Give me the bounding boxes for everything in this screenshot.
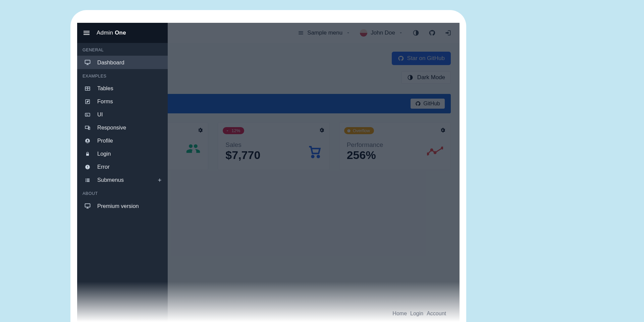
- svg-rect-24: [87, 180, 90, 180]
- svg-rect-19: [87, 166, 88, 167]
- svg-rect-17: [86, 153, 89, 156]
- svg-rect-3: [348, 130, 349, 131]
- svg-rect-4: [348, 131, 349, 131]
- gear-icon[interactable]: [319, 127, 325, 133]
- sidebar-item-label: Login: [97, 151, 162, 157]
- sidebar-item-login[interactable]: Login: [77, 147, 168, 160]
- edit-icon: [84, 99, 91, 105]
- sidebar-item-error[interactable]: Error: [77, 160, 168, 173]
- user-menu[interactable]: John Doe: [360, 29, 403, 37]
- lock-icon: [84, 151, 91, 157]
- sidebar-item-responsive[interactable]: Responsive: [77, 121, 168, 134]
- banner-github-button[interactable]: GitHub: [411, 99, 445, 109]
- sidebar-item-tables[interactable]: Tables: [77, 82, 168, 95]
- status-pill: Overflow: [344, 127, 374, 134]
- dark-mode-toggle[interactable]: Dark Mode: [401, 71, 451, 84]
- theme-icon[interactable]: [413, 30, 419, 36]
- github-icon: [398, 55, 404, 61]
- menu-icon: [298, 30, 304, 36]
- sidebar-item-label: Premium version: [97, 203, 162, 209]
- brand-second: One: [115, 30, 126, 36]
- trend-value: 12%: [231, 128, 240, 133]
- gear-icon[interactable]: [440, 127, 446, 133]
- stat-card-sales: 12% Sales $7,770: [218, 122, 329, 170]
- github-icon: [415, 101, 421, 106]
- cart-icon: [307, 144, 322, 159]
- user-name: John Doe: [371, 30, 395, 36]
- svg-point-16: [87, 140, 89, 141]
- sidebar-item-premium[interactable]: Premium version: [77, 199, 168, 213]
- sidebar-item-dashboard[interactable]: Dashboard: [77, 56, 168, 69]
- users-icon: [186, 141, 201, 156]
- svg-point-1: [317, 155, 319, 157]
- svg-rect-26: [87, 181, 90, 182]
- card-label: Performance: [347, 141, 383, 149]
- monitor-icon: [84, 203, 91, 209]
- sample-menu-dropdown[interactable]: Sample menu: [298, 30, 351, 36]
- sidebar: Admin One GENERAL Dashboard EXAMPLES Tab…: [77, 23, 168, 322]
- trend-pill: 12%: [223, 127, 244, 134]
- sample-menu-label: Sample menu: [307, 30, 342, 36]
- svg-point-0: [312, 155, 314, 157]
- sidebar-item-label: Forms: [97, 98, 162, 105]
- monitor-icon: [84, 59, 91, 66]
- sidebar-item-profile[interactable]: Profile: [77, 134, 168, 147]
- avatar: [360, 29, 367, 37]
- list-icon: [84, 177, 91, 183]
- svg-rect-22: [87, 178, 90, 179]
- banner-github-label: GitHub: [423, 101, 440, 107]
- section-general: GENERAL: [77, 43, 168, 56]
- trend-line-icon: [427, 147, 443, 157]
- status-label: Overflow: [353, 128, 370, 133]
- devices-icon: [84, 125, 91, 131]
- chevron-down-icon: [346, 31, 351, 35]
- svg-rect-27: [85, 204, 90, 207]
- user-circle-icon: [84, 138, 91, 144]
- svg-rect-9: [85, 60, 90, 63]
- sidebar-item-label: UI: [97, 111, 162, 118]
- footer-account[interactable]: Account: [427, 311, 446, 317]
- sidebar-item-label: Submenus: [97, 177, 151, 183]
- card-value: $7,770: [225, 149, 260, 162]
- svg-point-6: [431, 149, 433, 151]
- chevron-down-icon: [398, 31, 403, 35]
- stat-card-performance: Overflow Performance 256%: [339, 122, 451, 170]
- sidebar-item-label: Dashboard: [97, 59, 162, 66]
- card-value: 256%: [347, 149, 383, 162]
- star-on-github-button[interactable]: Star on GitHub: [392, 52, 451, 65]
- dark-mode-label: Dark Mode: [417, 74, 445, 81]
- sidebar-item-submenus[interactable]: Submenus: [77, 173, 168, 186]
- svg-point-8: [441, 147, 443, 149]
- svg-rect-20: [87, 168, 88, 168]
- plus-icon: [157, 177, 162, 183]
- alert-circle-icon: [84, 164, 91, 170]
- gear-icon[interactable]: [197, 127, 203, 133]
- sidebar-item-label: Tables: [97, 85, 162, 92]
- svg-rect-23: [86, 180, 86, 180]
- svg-point-5: [427, 153, 429, 155]
- star-on-github-label: Star on GitHub: [407, 55, 445, 62]
- card-icon: [84, 112, 91, 118]
- table-icon: [84, 86, 91, 92]
- footer-links: Home Login Account: [392, 311, 446, 317]
- sidebar-item-ui[interactable]: UI: [77, 108, 168, 121]
- footer-home[interactable]: Home: [392, 311, 407, 317]
- section-about: ABOUT: [77, 186, 168, 199]
- svg-point-7: [434, 152, 436, 154]
- logout-icon[interactable]: [445, 30, 451, 36]
- card-label: Sales: [225, 141, 260, 149]
- brand-first: Admin: [97, 30, 113, 36]
- sidebar-item-forms[interactable]: Forms: [77, 95, 168, 108]
- svg-rect-12: [85, 113, 90, 116]
- footer-login[interactable]: Login: [410, 311, 423, 317]
- hamburger-icon[interactable]: [83, 29, 91, 37]
- svg-rect-21: [86, 178, 86, 179]
- sidebar-item-label: Profile: [97, 138, 162, 144]
- github-icon[interactable]: [429, 30, 435, 36]
- sidebar-item-label: Responsive: [97, 124, 162, 131]
- section-examples: EXAMPLES: [77, 69, 168, 82]
- sidebar-item-label: Error: [97, 164, 162, 170]
- dark-mode-icon: [407, 74, 413, 80]
- brand: Admin One: [97, 30, 126, 36]
- svg-rect-25: [86, 181, 86, 182]
